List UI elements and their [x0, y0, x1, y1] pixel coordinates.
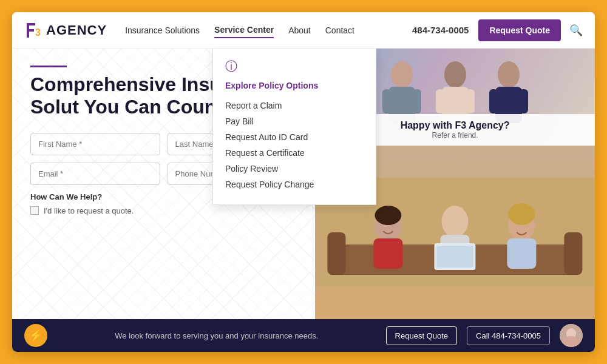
lightning-icon-button[interactable]: ⚡ [24, 324, 47, 347]
dropdown-item-report-claim[interactable]: Report a Claim [225, 98, 364, 113]
avatar-image [560, 324, 583, 347]
svg-rect-10 [466, 89, 475, 113]
svg-rect-26 [507, 238, 537, 269]
checkbox-row-quote: I'd like to request a quote. [30, 206, 297, 215]
svg-rect-18 [565, 232, 583, 275]
svg-point-11 [498, 61, 520, 88]
svg-rect-14 [520, 89, 528, 113]
email-field[interactable] [30, 163, 160, 185]
svg-rect-5 [382, 89, 391, 113]
quote-checkbox-label: I'd like to request a quote. [44, 206, 134, 215]
logo-icon: 3 [24, 19, 46, 41]
nav-request-quote-button[interactable]: Request Quote [478, 19, 561, 41]
hero-title-line1: Comprehensive [30, 73, 176, 95]
explore-policy-options-link[interactable]: Explore Policy Options [225, 81, 364, 90]
info-icon: ⓘ [225, 58, 364, 75]
bottom-call-button[interactable]: Call 484-734-0005 [467, 326, 550, 345]
dropdown-item-pay-bill[interactable]: Pay Bill [225, 113, 364, 129]
dropdown-item-certificate[interactable]: Request a Certificate [225, 145, 364, 161]
svg-point-27 [375, 206, 402, 225]
bottom-bar: ⚡ We look forward to serving you and you… [12, 319, 595, 352]
svg-text:3: 3 [35, 27, 41, 38]
search-icon: 🔍 [569, 24, 583, 36]
svg-rect-9 [436, 89, 444, 113]
nav-contact[interactable]: Contact [325, 23, 354, 38]
bottom-request-quote-button[interactable]: Request Quote [386, 326, 457, 345]
nav-links: Insurance Solutions Service Center About… [125, 22, 412, 38]
logo-area: 3 AGENCY [24, 19, 107, 41]
logo-text: AGENCY [46, 22, 107, 38]
browser-window: 3 AGENCY Insurance Solutions Service Cen… [12, 12, 595, 352]
bottom-bar-message: We look forward to serving you and your … [57, 331, 376, 340]
hero-title-line3: You Can Count [84, 96, 223, 118]
first-name-field[interactable] [30, 133, 160, 155]
search-icon-button[interactable]: 🔍 [569, 24, 583, 37]
dropdown-item-auto-id[interactable]: Request Auto ID Card [225, 129, 364, 145]
nav-service-center[interactable]: Service Center [214, 22, 274, 38]
outer-frame: 3 AGENCY Insurance Solutions Service Cen… [0, 0, 607, 364]
svg-rect-20 [374, 238, 403, 269]
svg-rect-24 [437, 246, 473, 268]
nav-insurance-solutions[interactable]: Insurance Solutions [125, 23, 200, 38]
lightning-icon: ⚡ [29, 329, 42, 342]
dropdown-item-policy-review[interactable]: Policy Review [225, 161, 364, 177]
svg-point-7 [444, 61, 466, 88]
avatar [560, 324, 583, 347]
svg-point-21 [442, 206, 469, 237]
svg-point-3 [391, 61, 413, 88]
hero-underline [30, 66, 67, 67]
service-center-dropdown: ⓘ Explore Policy Options Report a Claim … [212, 49, 376, 205]
dropdown-item-policy-change[interactable]: Request Policy Change [225, 177, 364, 192]
nav-about[interactable]: About [288, 23, 311, 38]
svg-marker-1 [27, 23, 35, 38]
navbar: 3 AGENCY Insurance Solutions Service Cen… [12, 12, 595, 49]
svg-rect-6 [413, 89, 421, 113]
nav-phone: 484-734-0005 [412, 25, 469, 35]
svg-rect-13 [489, 89, 498, 113]
quote-checkbox[interactable] [30, 206, 39, 215]
svg-point-28 [509, 203, 535, 225]
svg-rect-17 [328, 232, 346, 275]
